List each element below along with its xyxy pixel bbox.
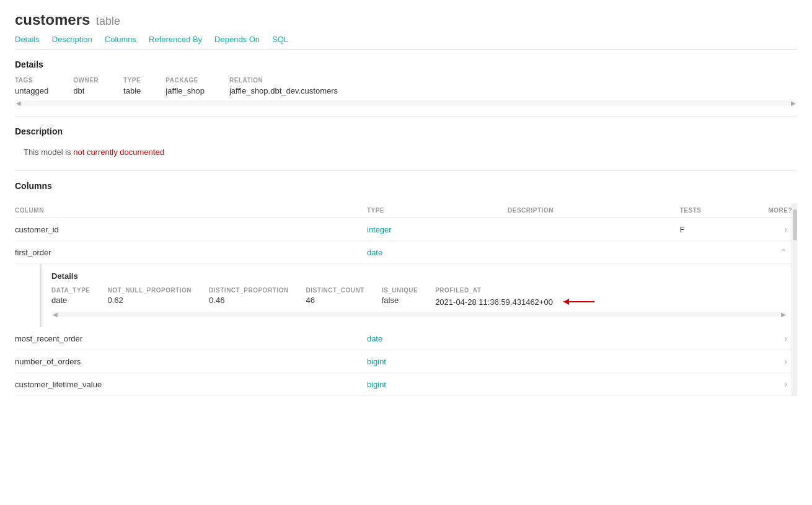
columns-header-row: COLUMN TYPE DESCRIPTION TESTS MORE?: [15, 203, 797, 218]
tags-value: untagged: [15, 86, 48, 95]
tab-depends-on[interactable]: Depends On: [214, 35, 260, 49]
details-hscroll[interactable]: ◀ ▶: [15, 100, 797, 106]
col-desc-first-order: [508, 241, 680, 264]
columns-section-title: Columns: [15, 181, 797, 196]
meta-type: TYPE table: [123, 77, 141, 95]
meta-package: PACKAGE jaffle_shop: [165, 77, 205, 95]
distinct-prop-value: 0.46: [209, 296, 288, 305]
col-desc-number-of-orders: [508, 350, 680, 373]
nav-tabs: Details Description Columns Referenced B…: [15, 35, 797, 50]
details-meta: TAGS untagged OWNER dbt TYPE table PACKA…: [15, 77, 797, 95]
package-value: jaffle_shop: [165, 86, 205, 95]
col-expand-number-of-orders[interactable]: ›: [743, 350, 797, 373]
expanded-distinct-count: DISTINCT_COUNT 46: [306, 287, 364, 305]
not-documented-text: not currently documented: [73, 147, 164, 157]
meta-tags: TAGS untagged: [15, 77, 48, 95]
expanded-detail-title: Details: [51, 271, 787, 281]
expanded-is-unique: IS_UNIQUE false: [382, 287, 418, 305]
col-header-type: TYPE: [367, 203, 508, 218]
col-name-number-of-orders: number_of_orders: [15, 350, 367, 373]
tab-columns[interactable]: Columns: [105, 35, 136, 49]
type-value: table: [123, 86, 141, 95]
col-tests-customer-lifetime-value: [680, 373, 743, 396]
col-header-column: COLUMN: [15, 203, 367, 218]
relation-label: RELATION: [229, 77, 338, 84]
col-desc-most-recent-order: [508, 327, 680, 350]
col-name-first-order: first_order: [15, 241, 367, 264]
meta-relation: RELATION jaffle_shop.dbt_dev.customers: [229, 77, 338, 95]
arrow-svg: [560, 296, 598, 308]
expanded-data-type: DATA_TYPE date: [51, 287, 90, 305]
col-header-more: MORE?: [743, 203, 797, 218]
col-desc-customer-id: [508, 218, 680, 241]
col-collapse-first-order[interactable]: ⌃: [743, 241, 797, 264]
distinct-prop-label: DISTINCT_PROPORTION: [209, 287, 288, 294]
description-section-title: Description: [15, 126, 797, 136]
svg-marker-1: [563, 299, 569, 305]
profiled-at-label: PROFILED_AT: [435, 287, 598, 294]
table-row: number_of_orders bigint ›: [15, 350, 797, 373]
details-section: Details TAGS untagged OWNER dbt TYPE tab…: [15, 50, 797, 116]
col-type-customer-id: integer: [367, 218, 508, 241]
page-title: customers table: [15, 11, 797, 29]
col-tests-first-order: [680, 241, 743, 264]
is-unique-label: IS_UNIQUE: [382, 287, 418, 294]
vscroll-bar[interactable]: [792, 203, 797, 396]
not-null-label: NOT_NULL_PROPORTION: [107, 287, 192, 294]
relation-value: jaffle_shop.dbt_dev.customers: [229, 86, 338, 95]
col-name-most-recent-order: most_recent_order: [15, 327, 367, 350]
table-row: customer_lifetime_value bigint ›: [15, 373, 797, 396]
description-section: Description This model is not currently …: [15, 116, 797, 171]
col-desc-customer-lifetime-value: [508, 373, 680, 396]
data-type-value: date: [51, 296, 90, 305]
table-row: customer_id integer F ›: [15, 218, 797, 241]
tab-description[interactable]: Description: [52, 35, 92, 49]
not-null-value: 0.62: [107, 296, 192, 305]
tags-label: TAGS: [15, 77, 48, 84]
col-header-tests: TESTS: [680, 203, 743, 218]
hscroll-right: ▶: [781, 311, 786, 318]
hscroll-right-arrow: ▶: [791, 100, 796, 107]
owner-value: dbt: [73, 86, 99, 95]
table-row: most_recent_order date ›: [15, 327, 797, 350]
vscroll-thumb[interactable]: [793, 209, 797, 240]
hscroll-left: ◀: [53, 311, 58, 318]
tab-referenced-by[interactable]: Referenced By: [149, 35, 202, 49]
data-type-label: DATA_TYPE: [51, 287, 90, 294]
columns-table: COLUMN TYPE DESCRIPTION TESTS MORE? cust…: [15, 203, 797, 396]
col-type-number-of-orders: bigint: [367, 350, 508, 373]
meta-owner: OWNER dbt: [73, 77, 99, 95]
red-arrow-annotation: [560, 296, 598, 308]
col-tests-most-recent-order: [680, 327, 743, 350]
col-type-most-recent-order: date: [367, 327, 508, 350]
tab-details[interactable]: Details: [15, 35, 40, 49]
col-name-customer-id: customer_id: [15, 218, 367, 241]
distinct-count-value: 46: [306, 296, 364, 305]
expanded-scroll[interactable]: DATA_TYPE date NOT_NULL_PROPORTION 0.62: [51, 287, 787, 320]
col-type-customer-lifetime-value: bigint: [367, 373, 508, 396]
expanded-detail-row: Details DATA_TYPE date: [15, 264, 797, 328]
columns-section: Columns COLUMN TYPE DESCRIPTION TESTS MO…: [15, 171, 797, 396]
distinct-count-label: DISTINCT_COUNT: [306, 287, 364, 294]
package-label: PACKAGE: [165, 77, 205, 84]
col-expand-customer-id[interactable]: ›: [743, 218, 797, 241]
expanded-distinct-proportion: DISTINCT_PROPORTION 0.46: [209, 287, 288, 305]
is-unique-value: false: [382, 296, 418, 305]
hscroll-left-arrow: ◀: [16, 100, 21, 107]
col-expand-customer-lifetime-value[interactable]: ›: [743, 373, 797, 396]
details-scroll-area[interactable]: TAGS untagged OWNER dbt TYPE table PACKA…: [15, 77, 797, 100]
tab-sql[interactable]: SQL: [272, 35, 288, 49]
col-expand-most-recent-order[interactable]: ›: [743, 327, 797, 350]
col-tests-number-of-orders: [680, 350, 743, 373]
profiled-at-value: 2021-04-28 11:36:59.431462+00: [435, 297, 553, 307]
expanded-profiled-at: PROFILED_AT 2021-04-28 11:36:59.431462+0…: [435, 287, 598, 308]
col-tests-customer-id: F: [680, 218, 743, 241]
col-header-description: DESCRIPTION: [508, 203, 680, 218]
expanded-not-null-proportion: NOT_NULL_PROPORTION 0.62: [107, 287, 192, 305]
table-row: first_order date ⌃: [15, 241, 797, 264]
col-name-customer-lifetime-value: customer_lifetime_value: [15, 373, 367, 396]
description-text: This model is not currently documented: [15, 144, 797, 160]
details-section-title: Details: [15, 59, 797, 69]
col-type-first-order: date: [367, 241, 508, 264]
expanded-hscroll[interactable]: ◀ ▶: [51, 312, 787, 317]
